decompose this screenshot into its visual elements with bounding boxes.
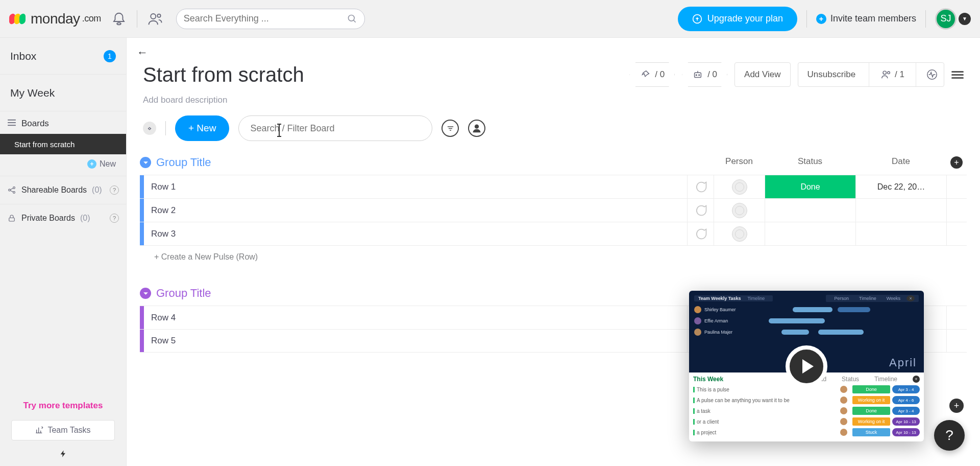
svg-point-3 (348, 15, 354, 21)
pin-counter[interactable]: / 0 (629, 62, 675, 87)
shareable-boards[interactable]: Shareable Boards (0) ? (0, 176, 126, 204)
svg-line-12 (10, 188, 13, 190)
chat-icon[interactable] (687, 222, 714, 245)
boards-header-label: Boards (21, 119, 49, 129)
table-row[interactable]: Row 3 (140, 222, 967, 245)
plus-icon: + (87, 159, 96, 169)
column-header-status[interactable]: Status (765, 156, 855, 169)
bolt-icon[interactable] (0, 445, 126, 466)
add-column-button[interactable]: + (946, 156, 967, 169)
new-row-input[interactable]: + Create a New Pulse (Row) (140, 245, 967, 268)
logo[interactable]: monday.com (9, 11, 101, 27)
row-name[interactable]: Row 4 (144, 306, 687, 329)
boards-header[interactable]: Boards (0, 111, 126, 134)
new-board-button[interactable]: + New (0, 154, 126, 176)
automation-counter[interactable]: / 0 (682, 62, 727, 87)
video-thisweek: This Week (693, 376, 723, 383)
board-search-input[interactable] (250, 123, 421, 134)
new-pulse-button[interactable]: + New (175, 115, 229, 141)
row-color-stripe (140, 222, 144, 245)
cell-empty (946, 175, 967, 198)
add-column-fab[interactable]: + (949, 399, 964, 413)
try-more-templates[interactable]: Try more templates (0, 395, 126, 416)
column-header-person[interactable]: Person (714, 156, 765, 169)
cell-person[interactable] (714, 175, 765, 198)
people-icon[interactable] (146, 10, 164, 28)
cell-status[interactable] (765, 222, 855, 245)
user-menu[interactable]: SJ ▼ (935, 8, 971, 30)
cell-status[interactable] (765, 199, 855, 222)
svg-point-2 (157, 14, 160, 17)
group-collapse-toggle[interactable] (140, 288, 151, 299)
brand-suffix: .com (82, 13, 101, 24)
group-title[interactable]: Group Title (156, 287, 708, 300)
upgrade-icon (692, 14, 702, 24)
row-color-stripe (140, 175, 144, 198)
global-search[interactable] (176, 9, 365, 29)
board-search[interactable] (238, 115, 432, 141)
cell-person[interactable] (714, 222, 765, 245)
topbar: monday.com Upgrade your plan + Invite te… (0, 0, 980, 38)
chevron-down-icon: ▼ (959, 13, 971, 25)
table-row[interactable]: Row 1 Done Dec 22, 20… (140, 175, 967, 198)
cell-date[interactable] (855, 199, 946, 222)
collapse-all-button[interactable] (143, 122, 156, 135)
svg-point-0 (117, 22, 121, 25)
help-fab[interactable]: ? (934, 420, 965, 451)
activity-button[interactable] (920, 63, 944, 86)
cell-status[interactable]: Done (765, 175, 855, 198)
vc-col: Status (842, 376, 859, 383)
board-toolbar: + New (127, 110, 980, 150)
group-title[interactable]: Group Title (156, 156, 708, 169)
invite-button[interactable]: + Invite team members (816, 13, 916, 24)
sidebar-inbox[interactable]: Inbox 1 (0, 38, 126, 75)
row-name[interactable]: Row 5 (144, 330, 687, 352)
sidebar: Inbox 1 My Week Boards Start from scratc… (0, 38, 127, 466)
row-name[interactable]: Row 3 (144, 222, 687, 245)
board-item-start-from-scratch[interactable]: Start from scratch (0, 134, 126, 154)
unsubscribe-button[interactable]: Unsubscribe (798, 63, 865, 86)
upgrade-label: Upgrade your plan (707, 13, 783, 24)
video-title: Team Weekly Tasks (698, 296, 741, 301)
global-search-input[interactable] (184, 13, 342, 24)
sidebar-myweek[interactable]: My Week (0, 75, 126, 111)
chat-icon[interactable] (687, 175, 714, 198)
row-color-stripe (140, 199, 144, 222)
help-icon[interactable]: ? (110, 185, 119, 195)
cell-date[interactable] (855, 222, 946, 245)
myweek-label: My Week (10, 87, 55, 99)
video-promo-card[interactable]: Team Weekly Tasks Timeline Person Timeli… (689, 291, 924, 441)
cell-person[interactable] (714, 199, 765, 222)
svg-point-1 (151, 14, 156, 19)
chart-icon (35, 426, 43, 434)
members-button[interactable]: / 1 (873, 63, 912, 86)
board-title[interactable]: Start from scratch (143, 63, 622, 86)
inbox-label: Inbox (10, 50, 36, 62)
person-filter-button[interactable] (468, 120, 485, 137)
row-name[interactable]: Row 1 (144, 175, 687, 198)
template-label: Team Tasks (47, 426, 90, 435)
people-icon (880, 69, 892, 80)
board-description[interactable]: Add board description (127, 95, 980, 110)
cell-date[interactable]: Dec 22, 20… (855, 175, 946, 198)
notifications-icon[interactable] (110, 10, 128, 28)
divider (925, 10, 926, 28)
help-icon[interactable]: ? (110, 214, 119, 223)
svg-line-4 (353, 20, 355, 22)
play-icon[interactable] (786, 345, 827, 387)
chat-icon[interactable] (687, 199, 714, 222)
upgrade-button[interactable]: Upgrade your plan (678, 7, 797, 31)
add-view-button[interactable]: Add View (734, 62, 791, 87)
back-button[interactable]: ← (137, 46, 152, 59)
divider (806, 10, 807, 28)
private-boards[interactable]: Private Boards (0) ? (0, 204, 126, 232)
column-header-date[interactable]: Date (855, 156, 946, 169)
svg-rect-14 (9, 218, 15, 221)
template-team-tasks[interactable]: Team Tasks (11, 420, 115, 440)
group-collapse-toggle[interactable] (140, 157, 151, 168)
row-name[interactable]: Row 2 (144, 199, 687, 222)
plus-icon: + (816, 14, 826, 24)
filter-button[interactable] (442, 120, 459, 137)
table-row[interactable]: Row 2 (140, 198, 967, 222)
board-menu-button[interactable] (951, 69, 964, 80)
